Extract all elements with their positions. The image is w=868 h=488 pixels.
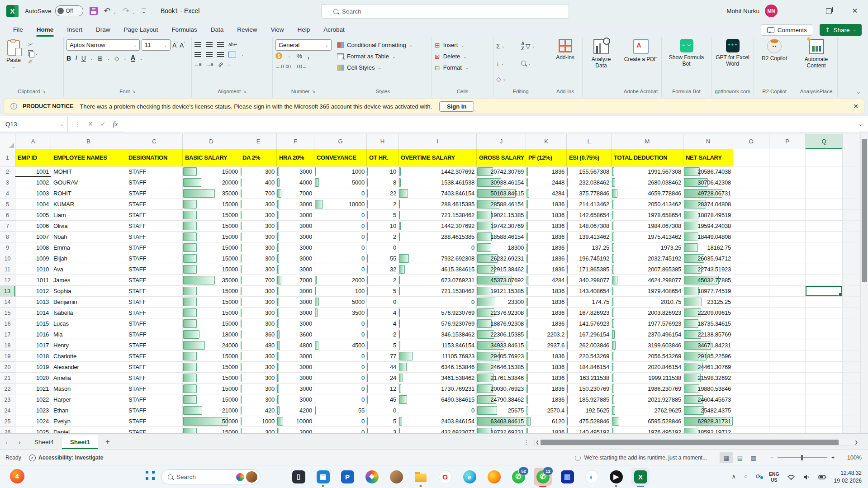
- cell-C10[interactable]: STAFF: [126, 253, 183, 264]
- cell-A15[interactable]: 1014: [15, 308, 51, 318]
- cell-G25[interactable]: 0: [314, 416, 367, 427]
- cell-F24[interactable]: 4200: [277, 405, 314, 416]
- save-button[interactable]: [90, 7, 98, 15]
- cell-N22[interactable]: 19880.53846: [683, 384, 733, 394]
- notice-close-icon[interactable]: ✕: [853, 103, 859, 110]
- cell-B13[interactable]: Sophia: [51, 286, 126, 297]
- vertical-scrollbar-thumb[interactable]: [862, 139, 867, 282]
- excel-app-icon[interactable]: X: [631, 468, 650, 486]
- cell-C15[interactable]: STAFF: [126, 308, 183, 318]
- column-header-P[interactable]: P: [769, 134, 806, 149]
- cell-M20[interactable]: 2020.846154: [612, 362, 683, 373]
- zoom-in-button[interactable]: +: [831, 455, 835, 461]
- cell-P21[interactable]: [769, 373, 806, 384]
- cell-P25[interactable]: [769, 416, 806, 427]
- cell-B11[interactable]: Ava: [51, 264, 126, 275]
- cell-N23[interactable]: 24604.45673: [683, 394, 733, 405]
- cell-P26[interactable]: [769, 427, 806, 433]
- decrease-font-button[interactable]: Aˇ: [180, 42, 185, 49]
- row-header-19[interactable]: 19: [0, 351, 15, 362]
- cell-G13[interactable]: 100: [314, 286, 367, 297]
- cell-L24[interactable]: 192.5625: [567, 405, 612, 416]
- horizontal-scrollbar-thumb[interactable]: [541, 440, 839, 445]
- cell-A12[interactable]: 1011: [15, 275, 51, 286]
- cell-G2[interactable]: 1000: [314, 166, 367, 177]
- cell-M1[interactable]: TOTAL DEDUCTION: [612, 149, 683, 166]
- cell-L7[interactable]: 148.067308: [567, 221, 612, 232]
- cell-H14[interactable]: 0: [367, 297, 398, 308]
- zoom-level[interactable]: 100%: [841, 455, 868, 461]
- analyze-button[interactable]: Analyze Data: [583, 37, 620, 86]
- cell-J17[interactable]: 22306.15385: [477, 329, 526, 340]
- cell-P20[interactable]: [769, 362, 806, 373]
- cell-G5[interactable]: 10000: [314, 199, 367, 210]
- cell-M24[interactable]: 2762.9625: [612, 405, 683, 416]
- cell-A10[interactable]: 1009: [15, 253, 51, 264]
- cell-G1[interactable]: CONVEYANCE: [314, 149, 367, 166]
- cell-E6[interactable]: 300: [240, 210, 277, 221]
- cell-F4[interactable]: 7000: [277, 188, 314, 199]
- row-header-17[interactable]: 17: [0, 329, 15, 340]
- cell-H4[interactable]: 22: [367, 188, 398, 199]
- cell-Q18[interactable]: [806, 340, 843, 351]
- cell-D23[interactable]: 15000: [183, 394, 240, 405]
- cell-I4[interactable]: 7403.846154: [398, 188, 477, 199]
- row-header-6[interactable]: 6: [0, 210, 15, 221]
- row-header-11[interactable]: 11: [0, 264, 15, 275]
- cell-I25[interactable]: 2403.846154: [398, 416, 477, 427]
- cell-K22[interactable]: 1836: [526, 384, 567, 394]
- font-size-combobox[interactable]: 11⌄: [142, 39, 171, 51]
- cell-N5[interactable]: 28374.04808: [683, 199, 733, 210]
- cell-J25[interactable]: 63403.84615: [477, 416, 526, 427]
- clipboard-dialog-launcher[interactable]: ↘: [42, 89, 46, 94]
- row-header-12[interactable]: 12: [0, 275, 15, 286]
- cell-E10[interactable]: 300: [240, 253, 277, 264]
- cell-Q21[interactable]: [806, 373, 843, 384]
- cell-E25[interactable]: 1000: [240, 416, 277, 427]
- cell-M12[interactable]: 4624.298077: [612, 275, 683, 286]
- cell-H8[interactable]: 2: [367, 232, 398, 242]
- cell-L21[interactable]: 163.211538: [567, 373, 612, 384]
- ribbon-tab-page-layout[interactable]: Page Layout: [118, 24, 164, 36]
- cell-F9[interactable]: 3000: [277, 242, 314, 253]
- cell-I26[interactable]: 432.6923077: [398, 427, 477, 433]
- zoom-slider-thumb[interactable]: [801, 455, 803, 460]
- cell-B26[interactable]: Daniel: [51, 427, 126, 433]
- cell-I14[interactable]: 0: [398, 297, 477, 308]
- cell-I6[interactable]: 721.1538462: [398, 210, 477, 221]
- paste-button[interactable]: Paste⌄: [3, 39, 24, 86]
- cell-O5[interactable]: [733, 199, 769, 210]
- cell-N9[interactable]: 18162.75: [683, 242, 733, 253]
- cell-N24[interactable]: 25482.4375: [683, 405, 733, 416]
- cell-G11[interactable]: 0: [314, 264, 367, 275]
- cell-G21[interactable]: 0: [314, 373, 367, 384]
- share-button[interactable]: ↥ Share ⌄: [820, 24, 862, 36]
- underline-button[interactable]: U: [81, 55, 86, 62]
- cell-C5[interactable]: STAFF: [126, 199, 183, 210]
- row-header-14[interactable]: 14: [0, 297, 15, 308]
- column-header-C[interactable]: C: [126, 134, 183, 149]
- cell-C7[interactable]: STAFF: [126, 221, 183, 232]
- collapse-ribbon-icon[interactable]: ⌄: [856, 89, 861, 95]
- cell-K9[interactable]: 1836: [526, 242, 567, 253]
- minimize-button[interactable]: –: [789, 0, 816, 22]
- cell-Q1[interactable]: [806, 149, 843, 166]
- page-layout-view-button[interactable]: ▤: [733, 452, 747, 463]
- sort-filter-button[interactable]: AZ▽⌄: [521, 38, 545, 55]
- cell-B20[interactable]: Alexander: [51, 362, 126, 373]
- cell-F20[interactable]: 3000: [277, 362, 314, 373]
- cell-K21[interactable]: 1836: [526, 373, 567, 384]
- cell-J24[interactable]: 25675: [477, 405, 526, 416]
- cell-L20[interactable]: 184.846154: [567, 362, 612, 373]
- taskbar-search[interactable]: Search: [161, 469, 261, 484]
- cell-A17[interactable]: 1016: [15, 329, 51, 340]
- cell-E11[interactable]: 300: [240, 264, 277, 275]
- cell-L3[interactable]: 232.038462: [567, 177, 612, 188]
- cell-P24[interactable]: [769, 405, 806, 416]
- row-header-10[interactable]: 10: [0, 253, 15, 264]
- formula-input[interactable]: [124, 116, 858, 132]
- cell-C6[interactable]: STAFF: [126, 210, 183, 221]
- close-button[interactable]: ✕: [842, 0, 868, 22]
- merge-center-button[interactable]: ↔: [228, 52, 236, 57]
- cell-P11[interactable]: [769, 264, 806, 275]
